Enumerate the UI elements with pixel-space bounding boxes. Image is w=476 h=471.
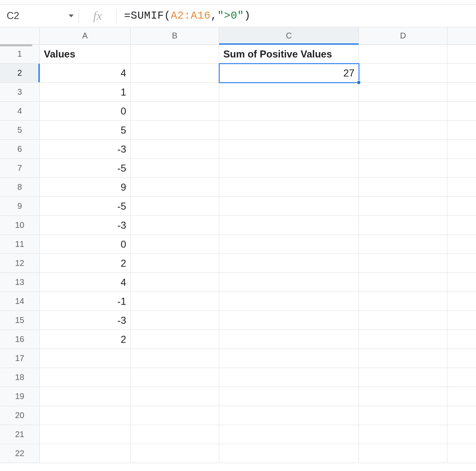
col-header-A[interactable]: A [40, 27, 131, 44]
cell-C18[interactable] [219, 368, 359, 387]
cell-A8[interactable]: 9 [40, 178, 131, 197]
cell-E14[interactable] [447, 292, 476, 311]
cell-E1[interactable] [447, 45, 476, 64]
cell-D12[interactable] [359, 254, 447, 273]
cell-A13[interactable]: 4 [40, 273, 131, 292]
cell-B22[interactable] [131, 444, 219, 463]
cell-C10[interactable] [219, 216, 359, 235]
cell-B8[interactable] [131, 178, 219, 197]
cell-D14[interactable] [359, 292, 447, 311]
cell-E16[interactable] [447, 330, 476, 349]
row-header-6[interactable]: 6 [0, 140, 40, 159]
row-header-11[interactable]: 11 [0, 235, 40, 254]
cell-C6[interactable] [219, 140, 359, 159]
row-header-5[interactable]: 5 [0, 121, 40, 140]
cell-D3[interactable] [359, 83, 447, 102]
cell-D19[interactable] [359, 387, 447, 406]
cell-A20[interactable] [40, 406, 131, 425]
cell-D2[interactable] [359, 64, 447, 83]
cell-B4[interactable] [131, 102, 219, 121]
cell-A4[interactable]: 0 [40, 102, 131, 121]
cell-D17[interactable] [359, 349, 447, 368]
row-header-21[interactable]: 21 [0, 425, 40, 444]
cell-A21[interactable] [40, 425, 131, 444]
cell-A18[interactable] [40, 368, 131, 387]
cell-C5[interactable] [219, 121, 359, 140]
cell-C19[interactable] [219, 387, 359, 406]
cell-E9[interactable] [447, 197, 476, 216]
cell-B21[interactable] [131, 425, 219, 444]
cell-C20[interactable] [219, 406, 359, 425]
cell-E11[interactable] [447, 235, 476, 254]
row-header-4[interactable]: 4 [0, 102, 40, 121]
row-header-20[interactable]: 20 [0, 406, 40, 425]
cell-C16[interactable] [219, 330, 359, 349]
cell-D4[interactable] [359, 102, 447, 121]
cell-E21[interactable] [447, 425, 476, 444]
cell-D18[interactable] [359, 368, 447, 387]
row-header-15[interactable]: 15 [0, 311, 40, 330]
cell-B14[interactable] [131, 292, 219, 311]
cell-E10[interactable] [447, 216, 476, 235]
cell-E22[interactable] [447, 444, 476, 463]
cell-B17[interactable] [131, 349, 219, 368]
cell-C15[interactable] [219, 311, 359, 330]
cell-E20[interactable] [447, 406, 476, 425]
cell-D8[interactable] [359, 178, 447, 197]
row-header-14[interactable]: 14 [0, 292, 40, 311]
cell-E13[interactable] [447, 273, 476, 292]
cell-C22[interactable] [219, 444, 359, 463]
cell-C4[interactable] [219, 102, 359, 121]
col-header-E[interactable] [447, 27, 476, 44]
cell-A1[interactable]: Values [40, 45, 131, 64]
cell-E19[interactable] [447, 387, 476, 406]
cell-B20[interactable] [131, 406, 219, 425]
cell-E17[interactable] [447, 349, 476, 368]
row-header-3[interactable]: 3 [0, 83, 40, 102]
cell-D7[interactable] [359, 159, 447, 178]
cell-A17[interactable] [40, 349, 131, 368]
cell-A12[interactable]: 2 [40, 254, 131, 273]
cell-A5[interactable]: 5 [40, 121, 131, 140]
cell-D16[interactable] [359, 330, 447, 349]
cell-D5[interactable] [359, 121, 447, 140]
cell-A22[interactable] [40, 444, 131, 463]
cell-E3[interactable] [447, 83, 476, 102]
cell-E7[interactable] [447, 159, 476, 178]
cell-A2[interactable]: 4 [40, 64, 131, 83]
cell-C1[interactable]: Sum of Positive Values [219, 45, 359, 64]
cell-C12[interactable] [219, 254, 359, 273]
cell-D21[interactable] [359, 425, 447, 444]
row-header-10[interactable]: 10 [0, 216, 40, 235]
cell-B11[interactable] [131, 235, 219, 254]
cell-D6[interactable] [359, 140, 447, 159]
row-header-12[interactable]: 12 [0, 254, 40, 273]
cell-B2[interactable] [131, 64, 219, 83]
cell-A19[interactable] [40, 387, 131, 406]
cell-A9[interactable]: -5 [40, 197, 131, 216]
cell-E12[interactable] [447, 254, 476, 273]
row-header-19[interactable]: 19 [0, 387, 40, 406]
row-header-9[interactable]: 9 [0, 197, 40, 216]
cell-B12[interactable] [131, 254, 219, 273]
col-header-C[interactable]: C [219, 27, 359, 44]
row-header-7[interactable]: 7 [0, 159, 40, 178]
row-header-22[interactable]: 22 [0, 444, 40, 463]
cell-A11[interactable]: 0 [40, 235, 131, 254]
name-box[interactable]: C2 [0, 5, 79, 27]
cell-B5[interactable] [131, 121, 219, 140]
cell-D1[interactable] [359, 45, 447, 64]
cell-E5[interactable] [447, 121, 476, 140]
row-header-8[interactable]: 8 [0, 178, 40, 197]
select-all-corner[interactable] [0, 27, 40, 45]
cell-C21[interactable] [219, 425, 359, 444]
chevron-down-icon[interactable] [69, 14, 74, 17]
cell-C11[interactable] [219, 235, 359, 254]
row-header-16[interactable]: 16 [0, 330, 40, 349]
row-header-17[interactable]: 17 [0, 349, 40, 368]
cell-D13[interactable] [359, 273, 447, 292]
cell-B18[interactable] [131, 368, 219, 387]
col-header-B[interactable]: B [131, 27, 219, 44]
cell-D11[interactable] [359, 235, 447, 254]
cell-D9[interactable] [359, 197, 447, 216]
